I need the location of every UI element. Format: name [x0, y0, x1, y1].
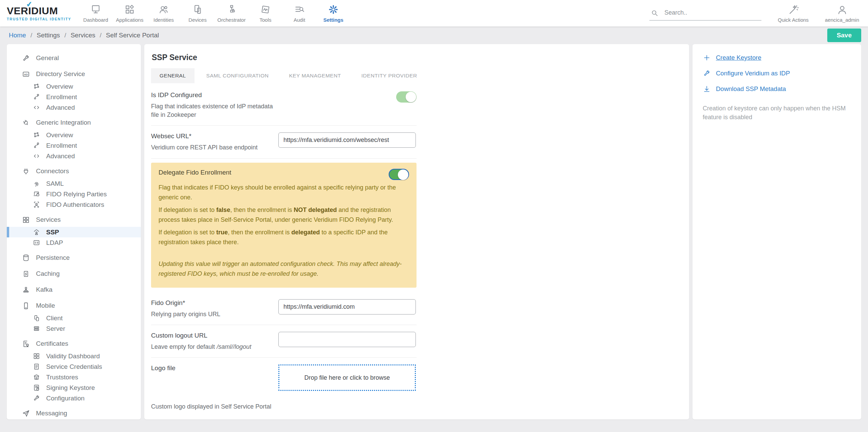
nav-item-devices[interactable]: Devices: [181, 4, 215, 23]
sidebar-item-label: Server: [46, 325, 65, 332]
breadcrumb-item-home[interactable]: Home: [9, 32, 26, 39]
nav-label: Orchestrator: [217, 17, 245, 23]
tab-identity-provider[interactable]: IDENTITY PROVIDER: [353, 68, 426, 83]
sidebar-item-client[interactable]: Client: [7, 313, 141, 323]
nav-item-settings[interactable]: Settings: [316, 4, 350, 23]
sidebar-item-persistence[interactable]: Persistence: [7, 252, 141, 264]
nav-item-identities[interactable]: Identities: [147, 4, 181, 23]
sidebar-item-enrollment[interactable]: Enrollment: [7, 140, 141, 151]
sidebar-item-server[interactable]: Server: [7, 323, 141, 334]
keystore-hsm-note: Creation of keystore can only happen whe…: [703, 104, 851, 122]
database-icon: [22, 254, 30, 262]
sidebar-item-label: FIDO Authenticators: [46, 201, 104, 209]
audit-icon: [294, 4, 305, 15]
fido-origin-label: Fido Origin*: [151, 299, 278, 307]
sidebar-item-enrollment[interactable]: Enrollment: [7, 92, 141, 102]
fido-origin-desc: Relying party origins URL: [151, 310, 278, 319]
sidebar-item-directory-service[interactable]: ADDirectory Service: [7, 68, 141, 80]
fido-origin-input[interactable]: [278, 299, 416, 314]
sidebar-item-overview[interactable]: Overview: [7, 130, 141, 140]
settings-sidebar: GeneralADDirectory ServiceOverviewEnroll…: [7, 44, 141, 419]
sidebar-item-label: Generic Integration: [36, 119, 91, 126]
sidebar-item-label: Truststores: [46, 374, 78, 381]
sidebar-item-service-credentials[interactable]: Service Credentials: [7, 361, 141, 372]
field-websec-url: Websec URL* Veridium core REST API base …: [151, 126, 417, 158]
sidebar-item-configuration[interactable]: Configuration: [7, 393, 141, 403]
sidebar-item-certificates[interactable]: Certificates: [7, 338, 141, 350]
sidebar-item-mobile[interactable]: Mobile: [7, 300, 141, 312]
doc-lines-icon: [33, 363, 40, 371]
sidebar-item-services[interactable]: Services: [7, 214, 141, 226]
search-input[interactable]: [664, 9, 761, 17]
sidebar-item-label: Services: [36, 216, 61, 223]
quick-actions-button[interactable]: Quick Actions: [778, 4, 809, 23]
sidebar-item-label: Messaging: [36, 410, 67, 417]
enrollment-icon: [33, 142, 40, 149]
custom-logout-desc: Leave empty for default /saml//logout: [151, 343, 278, 351]
action-link-create-keystore[interactable]: Create Keystore: [703, 54, 851, 62]
sidebar-item-overview[interactable]: Overview: [7, 81, 141, 92]
field-is-idp-configured: Is IDP Configured Flag that indicates ex…: [151, 85, 417, 126]
sidebar-item-ldap[interactable]: LDAP: [7, 237, 141, 248]
breadcrumb-item-settings[interactable]: Settings: [37, 32, 60, 39]
nav-item-applications[interactable]: Applications: [113, 4, 147, 23]
sidebar-item-saml[interactable]: SAML: [7, 178, 141, 189]
tab-general[interactable]: GENERAL: [151, 68, 195, 83]
websec-url-input[interactable]: [278, 132, 416, 148]
nav-item-tools[interactable]: Tools: [248, 4, 282, 23]
sidebar-item-label: FIDO Relying Parties: [46, 191, 107, 198]
veridium-logo: VERI✔DIUM TRUSTED DIGITAL IDENTITY: [0, 6, 74, 21]
wrench-icon: [703, 69, 711, 77]
username-label: aencica_admin: [825, 17, 859, 23]
sidebar-item-caching[interactable]: Caching: [7, 268, 141, 280]
field-logo-file: Logo file Drop file here or click to bro…: [151, 358, 417, 397]
save-button[interactable]: Save: [827, 29, 861, 42]
sidebar-item-signing-keystore[interactable]: Signing Keystore: [7, 382, 141, 393]
nav-label: Settings: [323, 17, 343, 23]
nav-item-audit[interactable]: Audit: [282, 4, 316, 23]
sidebar-item-advanced[interactable]: Advanced: [7, 102, 141, 113]
plug-icon: [22, 119, 30, 127]
sidebar-item-label: SAML: [46, 180, 64, 187]
sidebar-item-validity-dashboard[interactable]: Validity Dashboard: [7, 351, 141, 361]
delegate-fido-toggle[interactable]: [389, 169, 409, 180]
sidebar-item-advanced[interactable]: Advanced: [7, 151, 141, 161]
sidebar-item-general[interactable]: General: [7, 52, 141, 64]
laptop-lock-icon: [33, 190, 40, 198]
download-icon: [703, 85, 711, 93]
wrench-icon: [22, 54, 30, 62]
nav-item-dashboard[interactable]: Dashboard: [79, 4, 113, 23]
primary-nav: DashboardApplicationsIdentitiesDevicesOr…: [79, 4, 350, 23]
sidebar-item-label: Signing Keystore: [46, 384, 95, 392]
field-custom-logout-url: Custom logout URL Leave empty for defaul…: [151, 325, 417, 358]
search-icon: [650, 8, 659, 17]
sidebar-item-fido-authenticators[interactable]: FIDO Authenticators: [7, 199, 141, 210]
action-link-download-ssp-metadata[interactable]: Download SSP Metadata: [703, 85, 851, 93]
breadcrumb-bar: Home/Settings/Services/Self Service Port…: [0, 26, 868, 44]
user-menu[interactable]: aencica_admin: [825, 4, 859, 23]
breadcrumb-item-self-service-portal[interactable]: Self Service Portal: [106, 32, 159, 39]
custom-logout-input[interactable]: [278, 332, 416, 347]
sidebar-item-kafka[interactable]: Kafka: [7, 284, 141, 296]
tab-key-management[interactable]: KEY MANAGEMENT: [280, 68, 349, 83]
home-user-icon: [33, 228, 40, 236]
phones-icon: [33, 314, 40, 322]
action-link-configure-veridium-as-idp[interactable]: Configure Veridium as IDP: [703, 69, 851, 77]
breadcrumb-item-services[interactable]: Services: [71, 32, 95, 39]
tools-icon: [260, 4, 271, 15]
sidebar-item-messaging[interactable]: Messaging: [7, 407, 141, 419]
is-idp-configured-toggle[interactable]: [396, 91, 417, 103]
sidebar-item-label: Overview: [46, 131, 73, 139]
doc-lock-icon: [33, 384, 40, 392]
nav-item-orchestrator[interactable]: Orchestrator: [215, 4, 248, 23]
logo-file-dropzone[interactable]: Drop file here or click to browse: [278, 364, 416, 391]
global-search[interactable]: [649, 7, 761, 21]
sidebar-item-connectors[interactable]: Connectors: [7, 165, 141, 177]
sidebar-item-truststores[interactable]: Truststores: [7, 372, 141, 382]
actions-links: Create KeystoreConfigure Veridium as IDP…: [703, 54, 851, 93]
tab-saml-configuration[interactable]: SAML CONFIGURATION: [198, 68, 277, 83]
apps-icon: [124, 4, 135, 15]
sidebar-item-fido-relying-parties[interactable]: FIDO Relying Parties: [7, 189, 141, 199]
sidebar-item-ssp[interactable]: SSP: [7, 227, 141, 237]
sidebar-item-generic-integration[interactable]: Generic Integration: [7, 116, 141, 129]
